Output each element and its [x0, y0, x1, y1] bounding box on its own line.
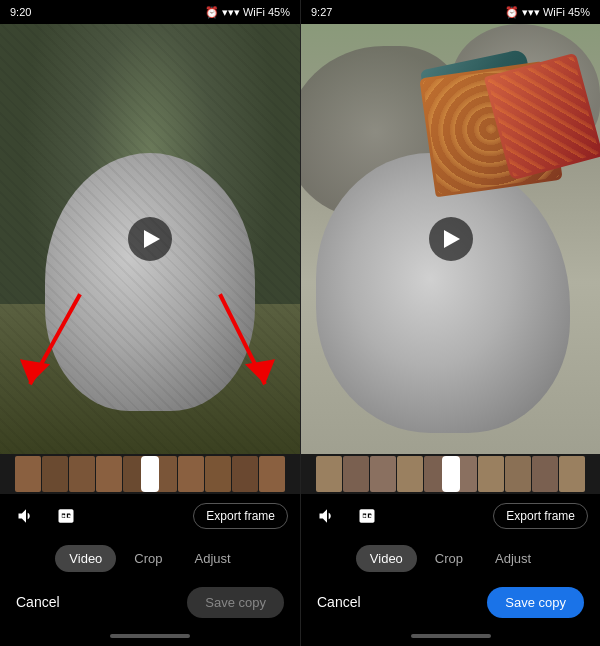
- right-play-icon: [444, 230, 460, 248]
- left-home-indicator: [0, 626, 300, 646]
- left-status-icons: ⏰ ▾▾▾ WiFi 45%: [205, 6, 290, 19]
- left-volume-icon[interactable]: [12, 502, 40, 530]
- right-status-bar: 9:27 ⏰ ▾▾▾ WiFi 45%: [301, 0, 600, 24]
- right-tab-bar: Video Crop Adjust: [301, 538, 600, 578]
- left-play-button[interactable]: [128, 217, 172, 261]
- right-home-bar: [411, 634, 491, 638]
- right-video-area[interactable]: [301, 24, 600, 454]
- right-phone-panel: 9:27 ⏰ ▾▾▾ WiFi 45%: [300, 0, 600, 646]
- left-export-button[interactable]: Export frame: [193, 503, 288, 529]
- right-tab-crop[interactable]: Crop: [421, 545, 477, 572]
- left-phone-panel: 9:20 ⏰ ▾▾▾ WiFi 45%: [0, 0, 300, 646]
- left-action-bar: Cancel Save copy: [0, 578, 300, 626]
- right-home-indicator: [301, 626, 600, 646]
- left-status-bar: 9:20 ⏰ ▾▾▾ WiFi 45%: [0, 0, 300, 24]
- left-video-area[interactable]: [0, 24, 300, 454]
- right-play-button[interactable]: [429, 217, 473, 261]
- right-volume-icon[interactable]: [313, 502, 341, 530]
- right-status-icons: ⏰ ▾▾▾ WiFi 45%: [505, 6, 590, 19]
- battery-text-left: 45%: [268, 6, 290, 18]
- right-tab-adjust[interactable]: Adjust: [481, 545, 545, 572]
- left-timeline[interactable]: [0, 454, 300, 494]
- right-signal-icon: ▾▾▾: [522, 6, 540, 19]
- left-timeline-handle[interactable]: [141, 456, 159, 492]
- right-time: 9:27: [311, 6, 332, 18]
- right-export-button[interactable]: Export frame: [493, 503, 588, 529]
- right-wifi-icon: WiFi: [543, 6, 565, 18]
- left-controls-bar: Export frame: [0, 494, 300, 538]
- right-timeline-handle[interactable]: [442, 456, 460, 492]
- right-controls-bar: Export frame: [301, 494, 600, 538]
- right-tab-video[interactable]: Video: [356, 545, 417, 572]
- signal-icon: ▾▾▾: [222, 6, 240, 19]
- right-battery-text: 45%: [568, 6, 590, 18]
- left-tab-video[interactable]: Video: [55, 545, 116, 572]
- left-save-button[interactable]: Save copy: [187, 587, 284, 618]
- left-tab-adjust[interactable]: Adjust: [181, 545, 245, 572]
- wifi-icon: WiFi: [243, 6, 265, 18]
- right-action-bar: Cancel Save copy: [301, 578, 600, 626]
- left-cancel-button[interactable]: Cancel: [16, 594, 60, 610]
- left-caption-icon[interactable]: [52, 502, 80, 530]
- right-alarm-icon: ⏰: [505, 6, 519, 19]
- right-caption-icon[interactable]: [353, 502, 381, 530]
- right-cancel-button[interactable]: Cancel: [317, 594, 361, 610]
- right-save-button[interactable]: Save copy: [487, 587, 584, 618]
- left-tab-bar: Video Crop Adjust: [0, 538, 300, 578]
- left-home-bar: [110, 634, 190, 638]
- right-timeline[interactable]: [301, 454, 600, 494]
- left-time: 9:20: [10, 6, 31, 18]
- left-play-icon: [144, 230, 160, 248]
- left-tab-crop[interactable]: Crop: [120, 545, 176, 572]
- alarm-icon: ⏰: [205, 6, 219, 19]
